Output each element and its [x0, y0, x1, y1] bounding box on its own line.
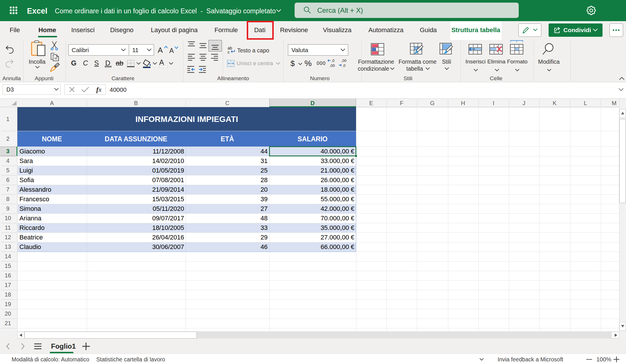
svg-text:,0: ,0	[342, 63, 346, 68]
svg-text:,00: ,00	[341, 59, 346, 63]
svg-text:,0: ,0	[331, 59, 335, 63]
svg-text:c: c	[228, 50, 230, 54]
svg-text:,00: ,00	[330, 63, 335, 68]
